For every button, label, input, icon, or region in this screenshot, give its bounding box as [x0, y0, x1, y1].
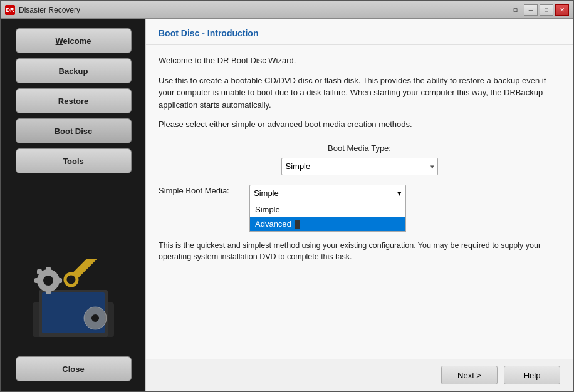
boot-media-section: Boot Media Type: Simple Advanced ▾: [159, 143, 560, 175]
content-footer: Next > Help: [146, 359, 573, 391]
svg-rect-11: [57, 278, 62, 283]
minimize-button[interactable]: [524, 4, 538, 16]
sidebar-item-boot-disc[interactable]: Boot Disc: [16, 118, 132, 143]
svg-rect-10: [34, 278, 39, 283]
dropdown-option-advanced[interactable]: Advanced: [250, 217, 405, 232]
description-text: This is the quickest and simplest method…: [159, 240, 560, 264]
main-area: Welcome Backup Restore Boot Disc Tools: [1, 19, 573, 391]
content-title: Boot Disc - Introduction: [159, 28, 560, 38]
intro-paragraph-2: Use this to create a bootable CD/DVD dis…: [159, 75, 560, 111]
svg-point-14: [91, 314, 99, 322]
sidebar-illustration: [17, 259, 130, 346]
svg-rect-8: [46, 267, 51, 272]
boot-media-type-select[interactable]: Simple Advanced: [281, 158, 438, 175]
intro-paragraph-1: Welcome to the DR Boot Disc Wizard.: [159, 54, 560, 67]
sidebar-item-restore[interactable]: Restore: [16, 88, 132, 113]
dropdown-arrow-icon: ▾: [397, 188, 402, 198]
boot-media-type-dropdown-container: Simple Advanced ▾: [281, 158, 438, 175]
simple-boot-media-row: Simple Boot Media: Simple ▾ Simple Advan…: [159, 185, 560, 202]
title-bar-buttons: ⧉: [508, 4, 569, 16]
sidebar-item-welcome[interactable]: Welcome: [16, 28, 132, 53]
app-icon: DR: [5, 5, 15, 15]
boot-media-type-label: Boot Media Type:: [328, 143, 391, 153]
dropdown-option-simple[interactable]: Simple: [250, 202, 405, 217]
content-area: Boot Disc - Introduction Welcome to the …: [145, 19, 573, 391]
dropdown-trigger[interactable]: Simple ▾: [249, 185, 406, 202]
main-window: DR Disaster Recovery ⧉ Welcome Backup Re…: [0, 0, 574, 392]
footer-right: Next > Help: [441, 366, 560, 384]
sidebar: Welcome Backup Restore Boot Disc Tools: [1, 19, 145, 391]
window-close-button[interactable]: [555, 4, 569, 16]
simple-boot-media-dropdown: Simple ▾ Simple Advanced: [249, 185, 406, 202]
maximize-button[interactable]: [540, 4, 553, 16]
dropdown-open-list: Simple Advanced: [249, 202, 406, 232]
next-button[interactable]: Next >: [441, 366, 498, 384]
window-title: Disaster Recovery: [19, 6, 80, 14]
title-bar-left: DR Disaster Recovery: [5, 5, 80, 15]
svg-point-7: [43, 276, 53, 286]
title-bar: DR Disaster Recovery ⧉: [1, 1, 573, 19]
restore-icon[interactable]: ⧉: [508, 4, 522, 16]
svg-rect-12: [37, 269, 42, 274]
sidebar-item-backup[interactable]: Backup: [16, 58, 132, 83]
svg-rect-9: [46, 289, 51, 294]
help-button[interactable]: Help: [504, 366, 560, 384]
content-header: Boot Disc - Introduction: [146, 19, 573, 45]
intro-paragraph-3: Please select either simple or advanced …: [159, 118, 560, 131]
cursor-indicator: [295, 220, 300, 229]
sidebar-close-button[interactable]: Close: [16, 356, 132, 381]
dropdown-current-value: Simple: [254, 188, 279, 198]
sidebar-item-tools[interactable]: Tools: [16, 148, 132, 173]
simple-boot-media-label: Simple Boot Media:: [159, 185, 240, 195]
content-body: Welcome to the DR Boot Disc Wizard. Use …: [146, 45, 573, 359]
